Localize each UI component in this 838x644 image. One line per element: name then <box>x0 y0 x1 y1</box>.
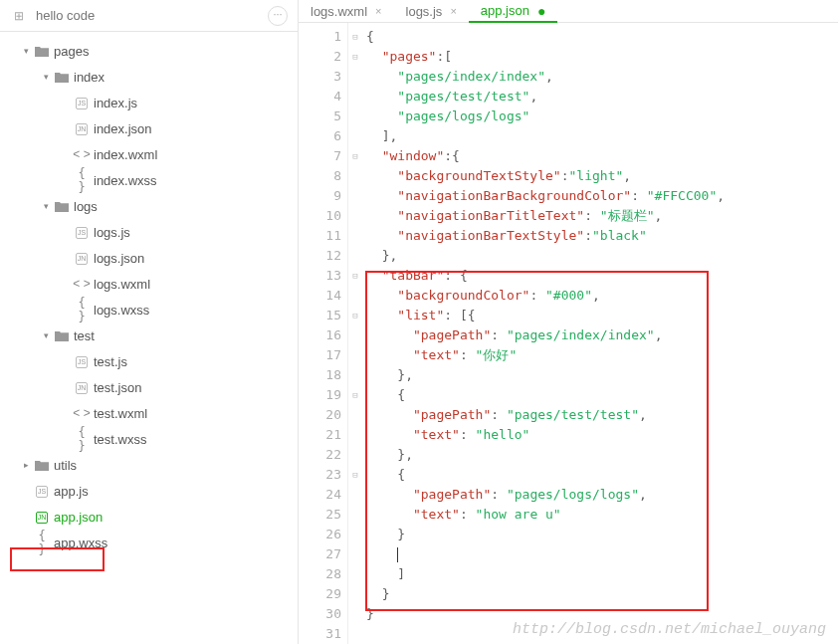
js-file-icon: JS <box>72 96 92 109</box>
tab-label: app.json <box>481 3 529 18</box>
file-test-js[interactable]: JStest.js <box>0 348 298 374</box>
file-label: index.wxml <box>92 147 157 162</box>
code-editor[interactable]: 1234567891011121314151617181920212223242… <box>299 23 838 644</box>
text-cursor <box>397 547 398 562</box>
folder-icon <box>52 328 72 342</box>
json-file-icon: JN <box>32 510 52 524</box>
wxml-file-icon: < > <box>72 147 92 161</box>
more-menu-icon[interactable]: ··· <box>268 6 288 26</box>
chevron-down-icon: ▾ <box>20 46 32 56</box>
file-explorer-sidebar: ⊞ hello code ··· ▾ pages ▾ index JSindex… <box>0 0 299 644</box>
file-logs-wxml[interactable]: < >logs.wxml <box>0 271 298 297</box>
editor-tabs: logs.wxml× logs.js× app.json● <box>299 0 838 23</box>
editor-area: logs.wxml× logs.js× app.json● 1234567891… <box>299 0 838 644</box>
file-label: app.js <box>52 484 89 499</box>
folder-label: test <box>72 328 95 343</box>
file-label: index.js <box>92 96 137 110</box>
folder-label: pages <box>52 44 89 59</box>
wxml-file-icon: < > <box>72 406 92 420</box>
file-index-js[interactable]: JSindex.js <box>0 90 298 115</box>
chevron-down-icon: ▾ <box>40 201 52 211</box>
file-test-wxml[interactable]: < >test.wxml <box>0 400 298 426</box>
json-file-icon: JN <box>72 251 92 265</box>
wxss-file-icon: { } <box>72 425 92 453</box>
folder-icon <box>32 458 52 472</box>
file-label: logs.json <box>92 251 144 266</box>
folder-label: logs <box>72 199 98 214</box>
file-app-wxss[interactable]: { }app.wxss <box>0 530 298 555</box>
tab-label: logs.wxml <box>311 4 367 19</box>
file-label: test.wxml <box>92 406 147 421</box>
line-number-gutter: 1234567891011121314151617181920212223242… <box>299 23 348 644</box>
folder-icon <box>32 44 52 58</box>
fold-gutter: ⊟⊟⊟⊟⊟⊟⊟ <box>348 23 362 644</box>
js-file-icon: JS <box>32 484 52 498</box>
folder-logs[interactable]: ▾ logs <box>0 193 298 219</box>
file-test-wxss[interactable]: { }test.wxss <box>0 426 298 452</box>
file-label: index.json <box>92 121 152 136</box>
file-logs-wxss[interactable]: { }logs.wxss <box>0 297 298 322</box>
js-file-icon: JS <box>72 354 92 368</box>
code-content[interactable]: { "pages":[ "pages/index/index", "pages/… <box>362 23 838 644</box>
wxml-file-icon: < > <box>72 277 92 291</box>
watermark-text: http://blog.csdn.net/michael_ouyang <box>513 621 826 638</box>
file-label: logs.wxss <box>92 303 149 318</box>
tab-label: logs.js <box>406 4 443 19</box>
file-app-json[interactable]: JNapp.json <box>0 504 298 530</box>
tab-logs-js[interactable]: logs.js× <box>394 0 469 22</box>
close-icon[interactable]: × <box>450 5 456 17</box>
folder-label: utils <box>52 458 77 473</box>
file-label: index.wxss <box>92 173 157 188</box>
project-title: hello code <box>28 8 268 23</box>
json-file-icon: JN <box>72 121 92 135</box>
file-index-wxml[interactable]: < >index.wxml <box>0 141 298 167</box>
file-label: logs.wxml <box>92 277 150 292</box>
tab-app-json[interactable]: app.json● <box>469 0 558 23</box>
chevron-right-icon: ▸ <box>20 460 32 470</box>
wxss-file-icon: { } <box>72 166 92 194</box>
file-label: app.wxss <box>52 536 107 550</box>
file-label: logs.js <box>92 225 130 240</box>
sidebar-header: ⊞ hello code ··· <box>0 0 298 32</box>
file-app-js[interactable]: JSapp.js <box>0 478 298 504</box>
js-file-icon: JS <box>72 225 92 239</box>
file-label: test.wxss <box>92 432 146 447</box>
tree-icon: ⊞ <box>10 9 28 23</box>
folder-icon <box>52 70 72 84</box>
file-test-json[interactable]: JNtest.json <box>0 374 298 400</box>
file-tree: ▾ pages ▾ index JSindex.js JNindex.json … <box>0 32 298 644</box>
chevron-down-icon: ▾ <box>40 330 52 340</box>
folder-test[interactable]: ▾ test <box>0 322 298 348</box>
tab-logs-wxml[interactable]: logs.wxml× <box>299 0 394 22</box>
wxss-file-icon: { } <box>32 529 52 556</box>
file-index-json[interactable]: JNindex.json <box>0 115 298 141</box>
wxss-file-icon: { } <box>72 296 92 323</box>
close-icon[interactable]: × <box>375 5 381 17</box>
file-label: test.json <box>92 380 141 395</box>
json-file-icon: JN <box>72 380 92 394</box>
file-label: app.json <box>52 510 103 525</box>
folder-index[interactable]: ▾ index <box>0 64 298 90</box>
file-label: test.js <box>92 354 127 369</box>
file-logs-json[interactable]: JNlogs.json <box>0 245 298 271</box>
modified-dot-icon: ● <box>537 3 545 19</box>
folder-utils[interactable]: ▸ utils <box>0 452 298 478</box>
folder-pages[interactable]: ▾ pages <box>0 38 298 64</box>
folder-icon <box>52 199 72 213</box>
chevron-down-icon: ▾ <box>40 72 52 82</box>
file-index-wxss[interactable]: { }index.wxss <box>0 167 298 193</box>
file-logs-js[interactable]: JSlogs.js <box>0 219 298 245</box>
folder-label: index <box>72 70 105 85</box>
